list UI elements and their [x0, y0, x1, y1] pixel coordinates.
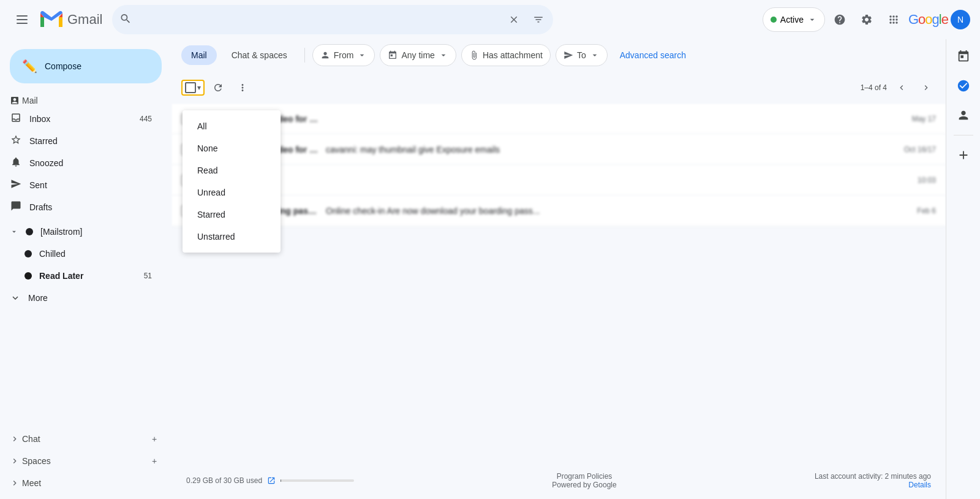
chat-label: Chat [22, 434, 40, 444]
to-filter-label: To [577, 50, 586, 60]
dropdown-item-none[interactable]: None [183, 137, 281, 159]
svg-rect-0 [17, 15, 28, 17]
dropdown-item-unstarred[interactable]: Unstarred [183, 226, 281, 248]
tasks-panel-button[interactable] [951, 74, 976, 98]
email-subject: Online check-in Are now download your bo… [326, 206, 912, 216]
email-date: 10:03 [918, 176, 936, 185]
snoozed-icon [10, 156, 22, 170]
email-meta: May 17 [912, 115, 936, 123]
refresh-button[interactable] [207, 77, 229, 99]
chat-add-button[interactable]: + [147, 432, 162, 446]
read-later-dot [24, 272, 32, 280]
compose-icon: ✏️ [22, 59, 37, 74]
sidebar-item-drafts[interactable]: Drafts [0, 196, 162, 218]
help-button[interactable] [827, 7, 852, 32]
active-label: Active [780, 15, 804, 25]
program-policies: Program Policies [552, 472, 616, 481]
spaces-section-header[interactable]: Spaces + [0, 450, 172, 472]
storage-info: 0.29 GB of 30 GB used [186, 476, 354, 485]
settings-button[interactable] [854, 7, 879, 32]
tab-mail[interactable]: Mail [181, 45, 217, 65]
drafts-icon [10, 200, 22, 215]
apps-grid-button[interactable] [881, 7, 906, 32]
dropdown-item-starred[interactable]: Starred [183, 204, 281, 226]
email-meta: Oct 16/17 [904, 145, 936, 154]
mail-label: Mail [22, 96, 38, 105]
anytime-filter-button[interactable]: Any time [380, 44, 456, 66]
sidebar-item-sent[interactable]: Sent [0, 174, 162, 196]
open-external-icon [267, 476, 276, 485]
mail-section-label[interactable]: Mail [0, 93, 172, 108]
sidebar: ✏️ Compose Mail Inbox 445 Starred [0, 39, 172, 499]
hamburger-button[interactable] [10, 7, 34, 32]
table-row[interactable]: ☆ Fwd: YouTube video for Clean Email May… [172, 104, 946, 134]
email-date: May 17 [912, 115, 936, 123]
table-row[interactable]: ☆ Fwd: Your boarding passes Online check… [172, 196, 946, 226]
page-info: 1–4 of 4 [861, 83, 887, 92]
compose-button[interactable]: ✏️ Compose [10, 49, 162, 83]
calendar-panel-button[interactable] [951, 44, 976, 69]
mailstrom-dot [26, 228, 33, 235]
active-dot [771, 17, 777, 23]
chat-section-header[interactable]: Chat + [0, 428, 172, 450]
email-list: ☆ Fwd: YouTube video for Clean Email May… [172, 104, 946, 462]
footer-links: Program Policies Powered by Google [552, 472, 616, 489]
more-options-button[interactable] [232, 77, 254, 99]
select-checkbox [185, 82, 196, 93]
sidebar-item-read-later[interactable]: Read Later 51 [0, 265, 162, 287]
tab-chat-spaces[interactable]: Chat & spaces [222, 45, 297, 65]
dropdown-item-unread[interactable]: Unread [183, 181, 281, 204]
meet-section-header[interactable]: Meet [0, 472, 172, 494]
select-dropdown-menu: All None Read Unread Starred Unstarred [183, 110, 281, 253]
dropdown-item-all[interactable]: All [183, 115, 281, 137]
starred-icon [10, 134, 22, 148]
drafts-label: Drafts [29, 202, 52, 212]
from-filter-label: From [334, 50, 354, 60]
search-bar: larger:4M [112, 5, 553, 34]
chilled-dot [24, 250, 32, 257]
storage-bar [281, 479, 354, 482]
sidebar-item-inbox[interactable]: Inbox 445 [0, 108, 162, 130]
sidebar-item-more[interactable]: More [0, 287, 162, 309]
to-filter-button[interactable]: To [556, 44, 608, 66]
read-later-count: 51 [144, 272, 152, 280]
advanced-search-link[interactable]: Advanced search [615, 47, 691, 64]
filter-bar: Mail Chat & spaces From Any time Has att… [172, 39, 946, 72]
details-link[interactable]: Details [908, 481, 931, 489]
mailstrom-label: [Mailstrom] [40, 227, 82, 237]
sidebar-item-snoozed[interactable]: Snoozed [0, 152, 162, 174]
sidebar-item-chilled[interactable]: Chilled [0, 243, 162, 265]
avatar[interactable]: N [951, 10, 970, 29]
people-panel-button[interactable] [951, 103, 976, 128]
select-dropdown[interactable]: ▾ All None Read Unread Starred Unstarred [181, 80, 205, 96]
search-clear-button[interactable] [504, 10, 524, 29]
sent-label: Sent [29, 180, 47, 190]
top-bar-actions: Active Google N [763, 7, 970, 32]
footer-activity: Last account activity: 2 minutes ago Det… [815, 472, 931, 489]
inbox-count: 445 [140, 115, 152, 123]
attachment-filter-button[interactable]: Has attachment [461, 44, 551, 66]
spaces-add-button[interactable]: + [147, 454, 162, 468]
prev-page-button[interactable] [892, 78, 911, 97]
gmail-text: Gmail [67, 12, 102, 28]
chevron-down-icon: ▾ [197, 83, 201, 92]
next-page-button[interactable] [916, 78, 936, 97]
active-status-button[interactable]: Active [763, 7, 825, 32]
storage-text: 0.29 GB of 30 GB used [186, 476, 262, 485]
table-row[interactable]: ☆ (no subject) 10:03 [172, 165, 946, 196]
email-date: Oct 16/17 [904, 145, 936, 154]
from-filter-button[interactable]: From [312, 44, 375, 66]
table-row[interactable]: ☆ Fwd: YouTube video for Clean Email cav… [172, 134, 946, 165]
search-input[interactable]: larger:4M [112, 5, 553, 34]
email-meta: Feb 6 [917, 207, 936, 215]
content-area: Mail Chat & spaces From Any time Has att… [172, 39, 946, 499]
search-options-button[interactable] [529, 10, 548, 29]
email-subject: cavanni: may thumbnail give Exposure ema… [326, 145, 899, 154]
add-panel-button[interactable] [951, 143, 976, 167]
sidebar-item-starred[interactable]: Starred [0, 130, 162, 152]
dropdown-item-read[interactable]: Read [183, 159, 281, 181]
sidebar-item-mailstrom[interactable]: [Mailstrom] [0, 221, 162, 243]
google-logo: Google [908, 12, 948, 28]
svg-rect-1 [17, 19, 28, 20]
page-count: 1–4 of 4 [861, 78, 936, 97]
